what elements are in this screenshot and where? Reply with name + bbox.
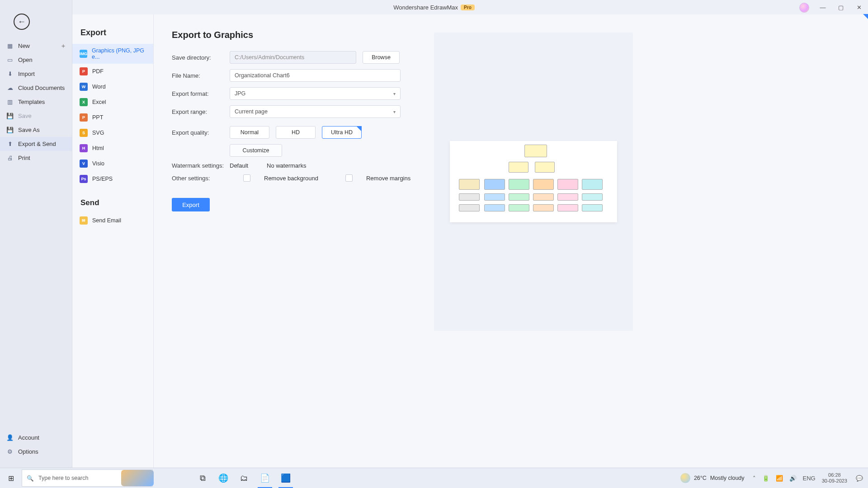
- plus-icon[interactable]: ＋: [60, 42, 66, 50]
- edge-icon[interactable]: 🌐: [213, 468, 233, 488]
- export-range-select[interactable]: Current page ▾: [230, 105, 401, 118]
- cloud-icon: ☁: [6, 84, 14, 91]
- watermark-default[interactable]: Default: [230, 162, 267, 169]
- export-item-label: Html: [92, 145, 104, 151]
- file-name-input[interactable]: [230, 69, 401, 82]
- sidebar-item-new[interactable]: ▦ New ＋: [0, 39, 72, 53]
- sidebar-bottom: 👤 Account ⚙ Options: [0, 431, 72, 468]
- export-item-html[interactable]: H Html: [72, 141, 153, 156]
- chevron-down-icon: ▾: [393, 91, 396, 96]
- checkbox-icon[interactable]: [243, 174, 250, 182]
- sidebar-item-open[interactable]: ▭ Open: [0, 53, 72, 67]
- send-header: Send: [72, 187, 153, 213]
- tray-volume-icon[interactable]: 🔊: [789, 475, 797, 482]
- watermark-none[interactable]: No watermarks: [267, 162, 332, 169]
- minimize-button[interactable]: —: [814, 0, 832, 14]
- save-icon: 💾: [6, 113, 14, 119]
- export-item-svg[interactable]: S SVG: [72, 125, 153, 141]
- sidebar-item-label: New: [18, 42, 30, 49]
- user-avatar[interactable]: [799, 3, 809, 13]
- export-item-visio[interactable]: V Visio: [72, 156, 153, 171]
- export-item-label: Excel: [92, 99, 106, 105]
- sidebar-item-label: Cloud Documents: [18, 84, 65, 91]
- sidebar-item-account[interactable]: 👤 Account: [0, 431, 72, 445]
- primary-sidebar: ← ▦ New ＋ ▭ Open ⬇ Import ☁ Cloud Docume…: [0, 0, 72, 468]
- export-button[interactable]: Export: [172, 198, 210, 211]
- tray-chevron-up-icon[interactable]: ˄: [753, 475, 756, 482]
- export-format-select[interactable]: JPG ▾: [230, 87, 401, 100]
- label-export-format: Export format:: [172, 90, 230, 97]
- file-explorer-icon[interactable]: 🗂: [234, 468, 254, 488]
- export-range-value: Current page: [235, 108, 268, 115]
- sidebar-item-save: 💾 Save: [0, 109, 72, 123]
- sidebar-item-print[interactable]: 🖨 Print: [0, 151, 72, 165]
- org-chart-preview: [450, 141, 617, 222]
- task-view-icon[interactable]: ⧉: [193, 468, 212, 488]
- sidebar-item-label: Save: [18, 113, 32, 119]
- sidebar-item-cloud[interactable]: ☁ Cloud Documents: [0, 81, 72, 95]
- export-item-word[interactable]: W Word: [72, 79, 153, 94]
- visio-file-icon: V: [80, 160, 88, 168]
- remove-background-option[interactable]: Remove background: [243, 174, 332, 182]
- sidebar-item-label: Save As: [18, 127, 40, 133]
- quality-ultra-hd[interactable]: Ultra HD: [322, 126, 362, 139]
- checkbox-icon[interactable]: [345, 174, 353, 182]
- print-icon: 🖨: [6, 155, 14, 161]
- maximize-button[interactable]: ▢: [832, 0, 850, 14]
- app-title: Wondershare EdrawMax: [393, 4, 458, 11]
- label-save-dir: Save directory:: [172, 54, 230, 61]
- sidebar-item-label: Templates: [18, 99, 45, 105]
- tray-language-icon[interactable]: ENG: [803, 475, 816, 482]
- sidebar-item-label: Import: [18, 70, 35, 77]
- weather-text: Mostly cloudy: [710, 475, 745, 481]
- tray-wifi-icon[interactable]: 📶: [776, 475, 783, 482]
- sidebar-item-label: Open: [18, 56, 33, 63]
- export-item-pdf[interactable]: P PDF: [72, 64, 153, 79]
- export-item-graphics[interactable]: IMG Graphics (PNG, JPG e...: [72, 44, 153, 64]
- account-icon: 👤: [6, 434, 14, 441]
- close-button[interactable]: ✕: [850, 0, 868, 14]
- back-button[interactable]: ←: [14, 14, 30, 30]
- send-item-email[interactable]: ✉ Send Email: [72, 213, 153, 228]
- templates-icon: ▥: [6, 99, 14, 105]
- search-icon: 🔍: [27, 475, 34, 482]
- weather-temp: 26°C: [694, 475, 707, 481]
- html-file-icon: H: [80, 144, 88, 152]
- remove-background-label: Remove background: [264, 175, 318, 182]
- export-icon: ⬆: [6, 141, 14, 147]
- sidebar-list: ▦ New ＋ ▭ Open ⬇ Import ☁ Cloud Document…: [0, 39, 72, 431]
- remove-margins-option[interactable]: Remove margins: [345, 174, 424, 182]
- export-item-excel[interactable]: X Excel: [72, 94, 153, 110]
- action-center-icon[interactable]: 💬: [851, 468, 868, 488]
- svg-file-icon: S: [80, 129, 88, 137]
- taskbar-weather[interactable]: 26°C Mostly cloudy: [680, 473, 745, 483]
- sidebar-item-options[interactable]: ⚙ Options: [0, 445, 72, 459]
- sidebar-item-import[interactable]: ⬇ Import: [0, 67, 72, 81]
- edrawmax-app-icon[interactable]: 🟦: [276, 468, 296, 488]
- export-item-ppt[interactable]: P PPT: [72, 110, 153, 125]
- quality-normal[interactable]: Normal: [230, 126, 269, 139]
- sidebar-item-export-send[interactable]: ⬆ Export & Send: [0, 137, 72, 151]
- browse-button[interactable]: Browse: [363, 51, 400, 64]
- search-placeholder: Type here to search: [38, 475, 88, 481]
- word-app-icon[interactable]: 📄: [255, 468, 275, 488]
- sidebar-item-save-as[interactable]: 💾 Save As: [0, 123, 72, 137]
- sidebar-item-label: Print: [18, 155, 30, 161]
- start-button[interactable]: ⊞: [0, 468, 22, 488]
- excel-file-icon: X: [80, 98, 88, 106]
- search-highlight-icon[interactable]: [121, 470, 154, 486]
- customize-button[interactable]: Customize: [230, 144, 282, 157]
- export-header: Export: [72, 28, 153, 44]
- export-column: Export IMG Graphics (PNG, JPG e... P PDF…: [72, 14, 154, 468]
- quality-hd[interactable]: HD: [276, 126, 316, 139]
- tray-time: 06:28: [822, 472, 847, 478]
- image-file-icon: IMG: [80, 50, 87, 58]
- sidebar-item-templates[interactable]: ▥ Templates: [0, 95, 72, 109]
- export-item-ps-eps[interactable]: Ps PS/EPS: [72, 171, 153, 187]
- pdf-file-icon: P: [80, 67, 88, 75]
- sidebar-item-label: Export & Send: [18, 141, 56, 147]
- tray-datetime[interactable]: 06:28 30-09-2023: [822, 472, 847, 484]
- export-item-label: Word: [92, 84, 106, 90]
- export-item-label: PS/EPS: [92, 176, 113, 182]
- tray-battery-icon[interactable]: 🔋: [762, 475, 769, 482]
